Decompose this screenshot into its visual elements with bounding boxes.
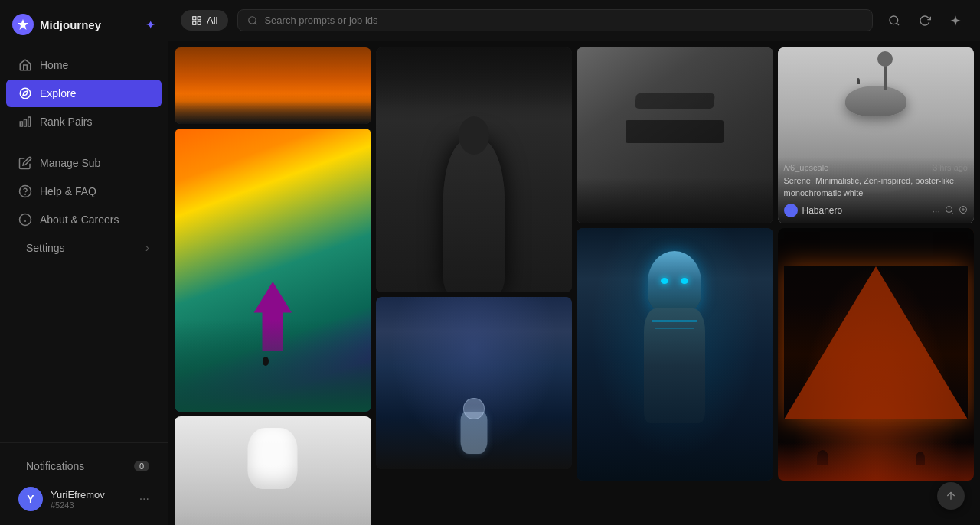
sidebar-item-rank-pairs[interactable]: Rank Pairs bbox=[6, 108, 162, 135]
svg-point-0 bbox=[20, 88, 31, 99]
card-image bbox=[175, 47, 371, 124]
settings-chevron-icon: › bbox=[145, 241, 149, 255]
card-command: /v6_upscale bbox=[784, 163, 829, 172]
card-robot[interactable] bbox=[577, 228, 773, 481]
card-bookmark-icon[interactable] bbox=[959, 205, 968, 217]
sidebar-rank-label: Rank Pairs bbox=[40, 116, 92, 128]
sidebar-help-label: Help & FAQ bbox=[40, 185, 96, 197]
card-dark-figure[interactable] bbox=[376, 47, 573, 292]
refresh-icon bbox=[919, 15, 931, 27]
card-floating-island[interactable]: /v6_upscale 3 hrs ago Serene, Minimalist… bbox=[778, 47, 975, 223]
card-author: H Habanero bbox=[784, 204, 843, 217]
search-bar[interactable] bbox=[237, 9, 873, 31]
sidebar-nav: Home Explore Rank Pairs bbox=[0, 46, 168, 442]
edit-icon bbox=[18, 156, 32, 170]
sparkle-icon bbox=[949, 15, 962, 27]
user-name: YuriEfremov bbox=[51, 489, 132, 501]
sidebar: Midjourney ✦ Home Explore bbox=[0, 0, 168, 525]
app-name: Midjourney bbox=[40, 18, 101, 31]
gallery: /v6_upscale 3 hrs ago Serene, Minimalist… bbox=[168, 41, 980, 525]
gallery-column-3: /v6_upscale 3 hrs ago Serene, Minimalist… bbox=[778, 47, 975, 525]
notif-left: Notifications bbox=[18, 460, 84, 472]
card-search-icon[interactable] bbox=[945, 205, 954, 217]
sidebar-home-label: Home bbox=[40, 59, 68, 71]
home-icon bbox=[18, 58, 32, 72]
svg-point-14 bbox=[249, 16, 256, 23]
svg-line-15 bbox=[255, 22, 257, 24]
card-white-statue[interactable] bbox=[175, 416, 371, 525]
svg-rect-2 bbox=[24, 119, 27, 126]
sidebar-item-home[interactable]: Home bbox=[6, 51, 162, 79]
avatar: Y bbox=[18, 487, 43, 511]
author-name: Habanero bbox=[802, 205, 843, 216]
sidebar-manage-label: Manage Sub bbox=[40, 157, 100, 169]
tab-all-label: All bbox=[207, 15, 217, 26]
info-icon bbox=[18, 213, 32, 227]
sparkle-icon-button[interactable] bbox=[943, 8, 968, 33]
sidebar-item-settings[interactable]: Settings › bbox=[6, 234, 162, 262]
user-info: YuriEfremov #5243 bbox=[51, 489, 132, 510]
card-pyramid[interactable] bbox=[778, 228, 975, 481]
user-id: #5243 bbox=[51, 501, 132, 510]
svg-rect-1 bbox=[20, 122, 22, 126]
rank-icon bbox=[18, 115, 32, 129]
card-prompt: Serene, Minimalistic, Zen-inspired, post… bbox=[784, 175, 969, 199]
sidebar-item-manage-sub[interactable]: Manage Sub bbox=[6, 149, 162, 177]
card-astronaut[interactable] bbox=[376, 297, 573, 469]
settings-label: Settings bbox=[26, 242, 65, 254]
gallery-column-2 bbox=[577, 47, 773, 525]
sidebar-explore-label: Explore bbox=[40, 87, 76, 99]
gallery-column-0 bbox=[175, 47, 371, 525]
sidebar-item-about-careers[interactable]: About & Careers bbox=[6, 206, 162, 233]
card-stone-face[interactable] bbox=[577, 47, 773, 223]
grid-icon bbox=[191, 15, 202, 26]
card-desert-castle[interactable] bbox=[175, 129, 371, 412]
sidebar-bottom: Notifications 0 Y YuriEfremov #5243 ··· bbox=[0, 442, 168, 525]
card-image bbox=[175, 416, 371, 525]
card-image bbox=[376, 297, 573, 469]
card-meta-top: /v6_upscale 3 hrs ago bbox=[784, 163, 969, 172]
svg-point-18 bbox=[946, 206, 952, 212]
search-icon bbox=[888, 15, 900, 27]
card-image bbox=[175, 129, 371, 412]
card-image bbox=[376, 47, 573, 292]
sidebar-item-notifications[interactable]: Notifications 0 bbox=[6, 453, 162, 479]
topbar-icons bbox=[882, 8, 968, 33]
user-profile[interactable]: Y YuriEfremov #5243 ··· bbox=[6, 480, 162, 518]
svg-line-19 bbox=[951, 211, 952, 213]
sidebar-about-label: About & Careers bbox=[40, 214, 119, 226]
svg-point-5 bbox=[25, 194, 26, 194]
svg-rect-10 bbox=[193, 16, 196, 19]
card-image bbox=[778, 228, 975, 481]
card-more-icon[interactable]: ··· bbox=[932, 205, 940, 217]
card-actions: ··· bbox=[932, 205, 968, 217]
sidebar-item-explore[interactable]: Explore bbox=[6, 80, 162, 107]
notifications-label: Notifications bbox=[26, 460, 84, 472]
card-top-orange[interactable] bbox=[175, 47, 371, 124]
card-image bbox=[577, 47, 773, 223]
settings-left: Settings bbox=[18, 242, 65, 254]
search-input[interactable] bbox=[264, 15, 863, 26]
svg-rect-3 bbox=[28, 117, 31, 126]
svg-rect-13 bbox=[198, 21, 201, 24]
svg-line-17 bbox=[897, 23, 899, 25]
svg-rect-11 bbox=[198, 16, 201, 19]
user-more-icon[interactable]: ··· bbox=[139, 492, 149, 506]
svg-point-16 bbox=[890, 16, 898, 24]
tab-all[interactable]: All bbox=[181, 10, 228, 31]
author-avatar: H bbox=[784, 204, 798, 217]
topbar: All bbox=[168, 0, 980, 41]
masonry-grid: /v6_upscale 3 hrs ago Serene, Minimalist… bbox=[175, 47, 974, 525]
main-content: All bbox=[168, 0, 980, 525]
refresh-icon-button[interactable] bbox=[913, 8, 937, 33]
search-icon-button[interactable] bbox=[882, 8, 906, 33]
help-icon bbox=[18, 184, 32, 198]
sidebar-item-help-faq[interactable]: Help & FAQ bbox=[6, 178, 162, 205]
svg-rect-12 bbox=[193, 21, 196, 24]
card-time: 3 hrs ago bbox=[933, 163, 968, 172]
scroll-top-button[interactable] bbox=[937, 482, 965, 510]
notification-count-badge: 0 bbox=[134, 461, 149, 471]
logo-sparkle-icon: ✦ bbox=[145, 18, 155, 32]
compass-icon bbox=[18, 86, 32, 100]
app-logo[interactable]: Midjourney ✦ bbox=[0, 0, 168, 46]
